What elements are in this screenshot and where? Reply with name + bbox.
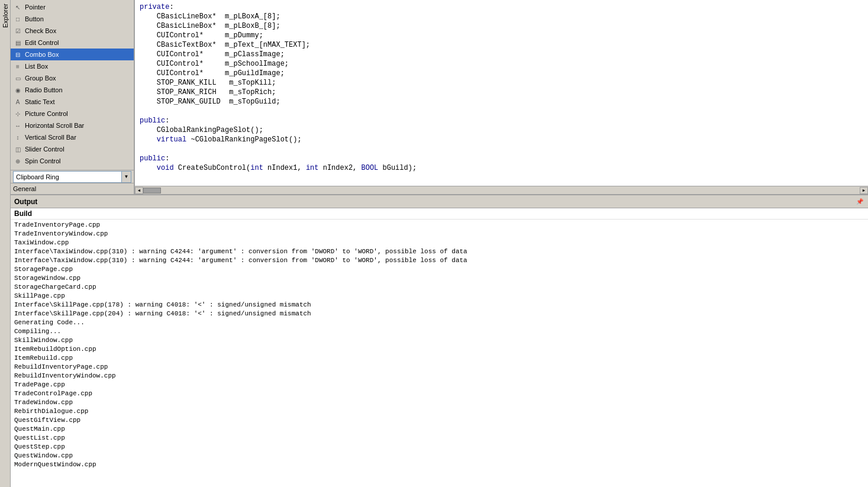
sidebar-item-list-box[interactable]: ≡List Box — [11, 60, 134, 72]
build-log-line: SkillWindow.cpp — [14, 336, 864, 345]
build-log-line: TradePage.cpp — [14, 380, 864, 389]
build-log-line: ItemRebuildOption.cpp — [14, 345, 864, 354]
sidebar-item-check-box[interactable]: ☑Check Box — [11, 25, 134, 37]
clipboard-ring-select[interactable]: Clipboard Ring — [13, 171, 122, 183]
edit-control-icon: ▤ — [13, 38, 22, 47]
keyword-span: BOOL — [362, 164, 379, 172]
keyword-span: int — [306, 164, 319, 172]
build-log-line: StoragePage.cpp — [14, 265, 864, 274]
build-log-line: Interface\TaxiWindow.cpp(310) : warning … — [14, 247, 864, 256]
combo-box-icon: ⊟ — [13, 50, 22, 59]
code-line: void CreateSubControl(int nIndex1, int n… — [140, 163, 863, 173]
build-log-line: Interface\TaxiWindow.cpp(310) : warning … — [14, 256, 864, 265]
sidebar-item-picture-control[interactable]: ⊹Picture Control — [11, 108, 134, 120]
output-panel: Output 📌 Build TradeInventoryPage.cppTra… — [11, 195, 868, 487]
sidebar-item-label-picture-control: Picture Control — [25, 110, 68, 117]
sidebar-item-group-box[interactable]: ▭Group Box — [11, 72, 134, 84]
picture-control-icon: ⊹ — [13, 109, 22, 118]
code-line: private: — [140, 2, 863, 12]
code-line: STOP_RANK_RICH m_sTopRich; — [140, 88, 863, 97]
build-log-line: TradeControlPage.cpp — [14, 389, 864, 398]
build-log-line: QuestMain.cpp — [14, 425, 864, 434]
clipboard-ring-row: Clipboard Ring ▼ — [11, 170, 134, 183]
vertical-scroll-icon: ↕ — [13, 133, 22, 142]
code-line: CUIControl* m_pDummy; — [140, 31, 863, 40]
code-line — [140, 107, 863, 116]
keyword-span: public — [140, 154, 165, 163]
list-box-icon: ≡ — [13, 62, 22, 71]
sidebar-item-label-slider-control: Slider Control — [25, 146, 64, 153]
sidebar-item-label-vertical-scroll: Vertical Scroll Bar — [25, 134, 76, 141]
build-log-line: StorageWindow.cpp — [14, 274, 864, 283]
hscrollbar-right-arrow[interactable]: ► — [860, 187, 868, 194]
code-line: CUIControl* m_pClassImage; — [140, 50, 863, 59]
keyword-span: public — [140, 117, 165, 125]
build-log-line: ModernQuestWindow.cpp — [14, 460, 864, 469]
sidebar-item-pointer[interactable]: ↖Pointer — [11, 1, 134, 13]
build-log-line: RebuildInventoryWindow.cpp — [14, 372, 864, 380]
slider-control-icon: ◫ — [13, 144, 22, 154]
hscrollbar-track — [143, 187, 860, 194]
full-layout: ↖Pointer□Button☑Check Box▤Edit Control⊟C… — [11, 0, 868, 487]
sidebar-item-label-spin-control: Spin Control — [25, 157, 61, 165]
sidebar-item-label-edit-control: Edit Control — [25, 39, 59, 46]
sidebar-item-label-button: Button — [25, 15, 44, 22]
code-scrollable[interactable]: private: CBasicLineBox* m_pLBoxA_[8]; CB… — [135, 0, 868, 186]
sidebar-items-list: ↖Pointer□Button☑Check Box▤Edit Control⊟C… — [11, 0, 134, 170]
sidebar-item-button[interactable]: □Button — [11, 13, 134, 25]
top-area: ↖Pointer□Button☑Check Box▤Edit Control⊟C… — [11, 0, 868, 195]
clipboard-ring-dropdown-btn[interactable]: ▼ — [122, 171, 131, 183]
keyword-span: void — [157, 164, 174, 172]
build-header: Build — [11, 208, 868, 220]
sidebar: ↖Pointer□Button☑Check Box▤Edit Control⊟C… — [11, 0, 135, 194]
sidebar-item-label-static-text: Static Text — [25, 98, 55, 105]
keyword-span: int — [250, 164, 263, 172]
code-area: private: CBasicLineBox* m_pLBoxA_[8]; CB… — [135, 0, 868, 194]
explorer-tab[interactable]: Explorer — [1, 0, 10, 31]
hscrollbar-left-arrow[interactable]: ◄ — [135, 187, 143, 194]
output-header: Output 📌 — [11, 195, 868, 208]
code-line: CBasicLineBox* m_pLBoxA_[8]; — [140, 12, 863, 21]
sidebar-item-slider-control[interactable]: ◫Slider Control — [11, 143, 134, 155]
code-line: public: — [140, 154, 863, 163]
build-log-line: QuestStep.cpp — [14, 443, 864, 451]
general-label: General — [11, 183, 134, 194]
sidebar-item-static-text[interactable]: AStatic Text — [11, 96, 134, 108]
sidebar-item-vertical-scroll[interactable]: ↕Vertical Scroll Bar — [11, 131, 134, 143]
code-line: STOP_RANK_GUILD m_sTopGuild; — [140, 97, 863, 107]
sidebar-item-label-horizontal-scroll: Horizontal Scroll Bar — [25, 122, 84, 129]
static-text-icon: A — [13, 97, 22, 107]
build-log-line: StorageChargeCard.cpp — [14, 283, 864, 292]
sidebar-item-horizontal-scroll[interactable]: ↔Horizontal Scroll Bar — [11, 120, 134, 131]
build-log-line: RebuildInventoryPage.cpp — [14, 363, 864, 372]
left-tab-strip: Explorer — [0, 0, 11, 487]
code-content: private: CBasicLineBox* m_pLBoxA_[8]; CB… — [140, 2, 863, 173]
sidebar-item-radio-button[interactable]: ◉Radio Button — [11, 84, 134, 96]
build-log-line: RebirthDialogue.cpp — [14, 407, 864, 416]
radio-button-icon: ◉ — [13, 85, 22, 95]
hscrollbar-thumb[interactable] — [143, 188, 161, 193]
output-pin-button[interactable]: 📌 — [855, 197, 864, 207]
keyword-span: virtual — [157, 136, 186, 144]
code-line: CBasicTextBox* m_pText_[nMAX_TEXT]; — [140, 40, 863, 50]
group-box-icon: ▭ — [13, 73, 22, 83]
build-log-line: ItemRebuild.cpp — [14, 354, 864, 363]
code-line: CBasicLineBox* m_pLBoxB_[8]; — [140, 21, 863, 31]
code-line: CUIControl* m_pSchoolImage; — [140, 59, 863, 69]
build-log[interactable]: TradeInventoryPage.cppTradeInventoryWind… — [11, 220, 868, 487]
sidebar-item-label-radio-button: Radio Button — [25, 86, 63, 93]
button-icon: □ — [13, 14, 22, 24]
sidebar-item-combo-box[interactable]: ⊟Combo Box — [11, 49, 134, 60]
sidebar-item-label-combo-box: Combo Box — [25, 51, 59, 58]
build-log-line: Interface\SkillPage.cpp(178) : warning C… — [14, 301, 864, 309]
build-log-line: TradeInventoryWindow.cpp — [14, 230, 864, 238]
build-log-line: QuestWindow.cpp — [14, 451, 864, 460]
build-log-line: SkillPage.cpp — [14, 292, 864, 301]
pointer-icon: ↖ — [13, 2, 22, 12]
sidebar-item-edit-control[interactable]: ▤Edit Control — [11, 37, 134, 49]
output-content: Build TradeInventoryPage.cppTradeInvento… — [11, 208, 868, 487]
code-line: STOP_RANK_KILL m_sTopKill; — [140, 78, 863, 88]
build-log-line: QuestGiftView.cpp — [14, 416, 864, 425]
sidebar-item-spin-control[interactable]: ⊕Spin Control — [11, 155, 134, 167]
output-title: Output — [14, 198, 37, 206]
